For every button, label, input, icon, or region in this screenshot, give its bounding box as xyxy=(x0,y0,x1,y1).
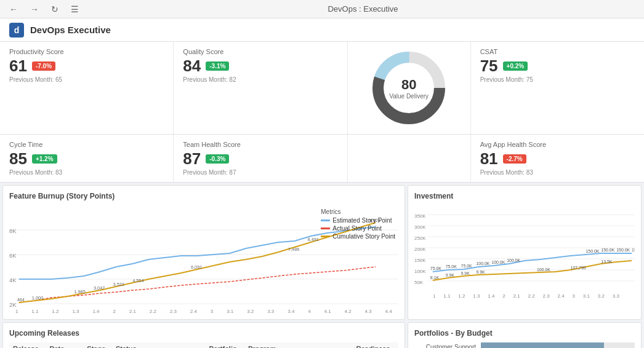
forward-button[interactable]: → xyxy=(27,3,42,15)
donut-label: Value Delivery xyxy=(389,93,429,100)
svg-text:6,091: 6,091 xyxy=(191,265,202,270)
team-label: Team Health Score xyxy=(183,141,337,148)
legend-estimated-icon xyxy=(321,219,330,221)
svg-text:3,047: 3,047 xyxy=(94,286,105,291)
legend-cumulative: Cumulative Story Point xyxy=(332,233,395,240)
svg-text:6K: 6K xyxy=(9,253,17,259)
svg-text:350K: 350K xyxy=(414,213,426,219)
legend-cumulative-icon xyxy=(321,235,330,237)
csat-value: 75 xyxy=(480,58,498,74)
budget-bar-fill-customer xyxy=(481,342,604,348)
cycle-label: Cycle Time xyxy=(9,141,164,148)
app-logo: d xyxy=(9,23,24,38)
quality-value: 84 xyxy=(183,58,201,74)
quality-badge: -3.1% xyxy=(206,61,229,71)
csat-label: CSAT xyxy=(480,48,635,55)
cycle-card: Cycle Time 85 +1.2% Previous Month: 83 xyxy=(0,135,174,182)
svg-text:7,486: 7,486 xyxy=(288,247,299,252)
svg-text:75.0K: 75.0K xyxy=(446,264,457,269)
svg-text:1,985: 1,985 xyxy=(74,290,85,295)
svg-text:250K: 250K xyxy=(414,235,426,241)
avg-app-badge: -2.7% xyxy=(503,154,526,164)
svg-text:150.0K: 150.0K xyxy=(616,248,630,252)
quality-prev: Previous Month: 82 xyxy=(183,76,337,83)
cycle-badge: +1.2% xyxy=(32,154,57,164)
svg-text:4K: 4K xyxy=(9,277,17,283)
team-value: 87 xyxy=(183,151,201,167)
avg-app-prev: Previous Month: 83 xyxy=(480,169,635,176)
budget-row-customer: Customer Support xyxy=(414,342,635,348)
releases-table: Release Date Stage Status Portfolio Prog… xyxy=(9,342,398,348)
col-readiness: Readiness xyxy=(353,342,398,348)
budget-label-customer: Customer Support xyxy=(414,344,476,349)
donut-chart: 80 Value Delivery xyxy=(369,48,449,128)
productivity-card: Productivity Score 61 -7.0% Previous Mon… xyxy=(0,42,174,134)
svg-text:9.9K: 9.9K xyxy=(476,270,485,274)
quality-card: Quality Score 84 -3.1% Previous Month: 8… xyxy=(174,42,347,134)
svg-text:150.0K: 150.0K xyxy=(601,248,614,252)
col-portfolio: Portfolio xyxy=(205,342,244,348)
svg-text:150.0K: 150.0K xyxy=(632,248,635,252)
col-program: Program xyxy=(244,342,353,348)
avg-app-card: Avg App Health Score 81 -2.7% Previous M… xyxy=(471,135,644,182)
bottom-row: Upcoming Releases Release Date Stage Sta… xyxy=(0,322,644,348)
svg-text:9.9K: 9.9K xyxy=(461,271,470,275)
avg-app-label: Avg App Health Score xyxy=(480,141,635,148)
svg-text:3,522: 3,522 xyxy=(113,282,124,287)
main-content: Productivity Score 61 -7.0% Previous Mon… xyxy=(0,42,644,348)
window-title: DevOps : Executive xyxy=(88,4,638,14)
svg-text:107,790: 107,790 xyxy=(571,266,586,270)
svg-text:2K: 2K xyxy=(9,302,17,308)
svg-text:150.0K: 150.0K xyxy=(586,249,599,253)
legend-actual-icon xyxy=(321,227,330,229)
svg-text:75.0K: 75.0K xyxy=(430,266,442,271)
productivity-value: 61 xyxy=(9,58,27,74)
app-title: DevOps Executive xyxy=(30,25,111,35)
back-button[interactable]: ← xyxy=(6,3,21,15)
cycle-value: 85 xyxy=(9,151,27,167)
burnup-legend: Metrics Estimated Story Point Actual Sto… xyxy=(321,208,395,240)
svg-text:100.0K: 100.0K xyxy=(507,258,520,263)
svg-text:100.0K: 100.0K xyxy=(476,261,489,266)
svg-text:100.0K: 100.0K xyxy=(491,260,505,264)
svg-text:8.1K: 8.1K xyxy=(430,275,440,280)
budget-bar-bg-customer xyxy=(481,342,635,348)
productivity-badge: -7.0% xyxy=(32,61,55,71)
csat-card: CSAT 75 +0.2% Previous Month: 75 xyxy=(471,42,644,134)
app-header: d DevOps Executive xyxy=(0,18,644,42)
svg-text:50K: 50K xyxy=(414,280,424,285)
burnup-title: Feature Burnup (Story Points) xyxy=(9,192,398,200)
svg-text:1,000: 1,000 xyxy=(32,296,43,301)
budget-bars: Customer Support Finance Human Resources xyxy=(414,342,635,348)
menu-button[interactable]: ☰ xyxy=(68,3,82,15)
legend-estimated: Estimated Story Point xyxy=(332,217,392,224)
charts-row: Feature Burnup (Story Points) 2K 4K 6K 8… xyxy=(0,183,644,322)
burnup-panel: Feature Burnup (Story Points) 2K 4K 6K 8… xyxy=(2,185,405,320)
svg-text:13.5K: 13.5K xyxy=(601,259,613,264)
quality-label: Quality Score xyxy=(183,48,337,55)
avg-app-value: 81 xyxy=(480,151,498,167)
donut-value: 80 xyxy=(389,77,429,93)
legend-actual: Actual Story Point xyxy=(332,225,381,232)
donut-card: 80 Value Delivery xyxy=(348,42,471,134)
svg-text:200K: 200K xyxy=(414,247,426,252)
cycle-prev: Previous Month: 83 xyxy=(9,169,164,176)
productivity-label: Productivity Score xyxy=(9,48,164,55)
col-release: Release xyxy=(9,342,46,348)
investment-title: Investment xyxy=(414,192,635,200)
svg-text:100.0K: 100.0K xyxy=(537,267,550,272)
investment-panel: Investment 350K 300K 250K 200K 150K 100K… xyxy=(408,185,642,320)
releases-panel: Upcoming Releases Release Date Stage Sta… xyxy=(2,322,405,348)
team-prev: Previous Month: 87 xyxy=(183,169,337,176)
svg-text:4,554: 4,554 xyxy=(132,279,143,283)
team-badge: -0.3% xyxy=(206,154,229,164)
investment-x-axis: 11.11.21.31.422.12.22.32.433.13.23.3 xyxy=(414,293,635,299)
col-stage: Stage xyxy=(83,342,112,348)
csat-badge: +0.2% xyxy=(503,61,528,71)
refresh-button[interactable]: ↻ xyxy=(48,3,62,15)
titlebar: ← → ↻ ☰ DevOps : Executive xyxy=(0,0,644,18)
svg-text:75.0K: 75.0K xyxy=(461,264,473,268)
budget-title: Portfolios - By Budget xyxy=(414,329,635,338)
productivity-prev: Previous Month: 65 xyxy=(9,76,164,83)
svg-text:464: 464 xyxy=(17,298,25,303)
